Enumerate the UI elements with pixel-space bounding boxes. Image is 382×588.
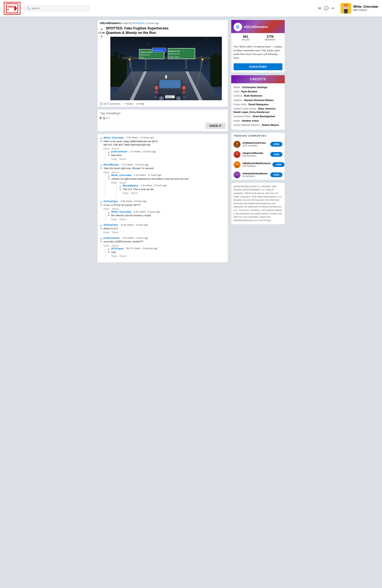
comment-upvote[interactable]: ▲ xyxy=(107,248,110,251)
italic-button[interactable]: I xyxy=(107,116,107,120)
comment-upvote[interactable]: ▲ xyxy=(107,150,110,153)
reply-button[interactable]: Reply xyxy=(111,181,117,184)
svg-rect-83 xyxy=(236,155,239,157)
voice-it-button[interactable]: VOICE IT xyxy=(205,123,225,129)
report-button[interactable]: Report xyxy=(119,255,126,257)
trending-members: 22k members xyxy=(242,165,271,168)
comment-author[interactable]: GOATgoat xyxy=(111,247,123,250)
comment-upvote[interactable]: ▲ xyxy=(107,174,110,177)
bold-button[interactable]: B xyxy=(100,116,102,120)
pen-icon[interactable]: ✏ xyxy=(331,6,335,11)
comment-author[interactable]: White_Chocolate xyxy=(103,136,124,139)
comment-content: White_Chocolate - 2.1k cheers · 11 hours… xyxy=(111,174,225,197)
comment-downvote[interactable]: ▼ xyxy=(100,167,102,170)
hide-action[interactable]: ⊘ Hide xyxy=(136,102,144,105)
chat-icon[interactable]: 💬 xyxy=(324,6,329,11)
subscribe-button[interactable]: SUBSCRIBE xyxy=(234,63,282,70)
comment-header: BlackMamba - 7.1k cheers · 12 hours ago xyxy=(103,163,225,166)
reply-button[interactable]: Reply xyxy=(103,147,109,150)
search-bar[interactable]: 🔍 xyxy=(24,5,90,11)
report-button[interactable]: Report xyxy=(112,244,119,247)
comment-meta: - 3.6k cheers · 8 hours ago xyxy=(119,200,147,203)
subreddit[interactable]: v/DListDisasters xyxy=(100,21,121,25)
comment-row: ▲ ▼ GOATgoat - 961.7k cheers · 4 seconds… xyxy=(107,247,225,257)
logo[interactable]: VOICE IT xyxy=(4,2,20,15)
downvote-button[interactable]: ▼ xyxy=(100,35,103,39)
mail-icon[interactable]: ✉ xyxy=(318,6,321,11)
post-title: SPOTTED: Fake Fugitive Superheroes Quant… xyxy=(106,25,226,37)
comment-author[interactable]: justerocknow xyxy=(111,150,127,153)
comment-upvote[interactable]: ▲ xyxy=(100,237,102,240)
comment-downvote[interactable]: ▼ xyxy=(107,177,110,180)
report-button[interactable]: Report xyxy=(119,218,126,221)
reply-button[interactable]: Reply xyxy=(111,255,117,257)
report-button[interactable]: Report xyxy=(112,171,119,174)
trending-info: v/MythosOrMadScience 22k members xyxy=(242,162,271,168)
report-button[interactable]: Report xyxy=(119,158,126,161)
report-button[interactable]: Report xyxy=(119,181,126,184)
search-input[interactable] xyxy=(31,7,87,10)
comment-downvote[interactable]: ▼ xyxy=(107,251,110,253)
comment-actions: Reply Report xyxy=(103,231,225,234)
reply-button[interactable]: Reply xyxy=(103,208,109,210)
comment-downvote[interactable]: ▼ xyxy=(100,203,102,207)
upvote-button[interactable]: ▲ xyxy=(100,27,103,31)
join-button-deadside[interactable]: JOIN xyxy=(270,172,282,177)
reply-button[interactable]: Reply xyxy=(123,192,129,194)
comment-downvote[interactable]: ▼ xyxy=(100,227,102,230)
trending-card: TRENDING COMMUNITIES v/ValiantComicFans … xyxy=(231,132,285,180)
comment-box: "Say Something!" B U I / VOICE IT xyxy=(97,109,228,131)
svg-text:IT: IT xyxy=(7,8,9,11)
poster-link[interactable]: OhThatTyler xyxy=(132,22,145,25)
comment-upvote[interactable]: ▲ xyxy=(100,137,102,140)
reply-button[interactable]: Reply xyxy=(103,244,109,247)
comment-downvote[interactable]: ▼ xyxy=(107,153,110,157)
reply-button[interactable]: Reply xyxy=(103,231,109,234)
comment-upvote[interactable]: ▲ xyxy=(100,224,102,227)
svg-point-16 xyxy=(191,43,191,44)
comment-upvote[interactable]: ▲ xyxy=(119,185,121,188)
credits-header: CREDITS xyxy=(231,75,285,83)
comment-actions: Reply Report xyxy=(111,218,225,221)
report-button[interactable]: Report xyxy=(112,231,119,234)
svg-point-82 xyxy=(236,152,238,155)
svg-point-77 xyxy=(202,59,203,61)
comment-author[interactable]: White_Chocolate xyxy=(111,210,131,213)
join-button-legion[interactable]: JOIN xyxy=(270,152,282,157)
svg-point-79 xyxy=(236,142,238,145)
comment-upvote[interactable]: ▲ xyxy=(100,200,102,203)
comment-author[interactable]: BlackMamba xyxy=(123,184,138,187)
comment-text: Hellz to the yeah, baby! @BlackMamba we … xyxy=(103,140,225,147)
reply-button[interactable]: Reply xyxy=(111,218,117,221)
comment-author[interactable]: OhThatTyler xyxy=(103,200,118,203)
comments-action[interactable]: 💬 237 Comments xyxy=(100,102,121,105)
reply-button[interactable]: Reply xyxy=(111,158,117,161)
comment-upvote[interactable]: ▲ xyxy=(100,164,102,167)
comment-author[interactable]: White_Chocolate xyxy=(111,174,131,177)
comment-author[interactable]: justerocknow xyxy=(103,236,120,239)
comment-author[interactable]: BlackMamba xyxy=(103,163,119,166)
comment-downvote[interactable]: ▼ xyxy=(100,240,102,243)
comment-upvote[interactable]: ▲ xyxy=(107,211,110,214)
share-action[interactable]: ↗ Share xyxy=(124,102,133,105)
posted-by-label: Posted by xyxy=(121,22,132,25)
avatar xyxy=(341,3,351,14)
comment: ▲ ▼ justerocknow - 2.1k cheers · 3 hours… xyxy=(100,236,225,257)
comment-downvote[interactable]: ▼ xyxy=(119,188,121,191)
reply-button[interactable]: Reply xyxy=(103,171,109,174)
report-button[interactable]: Report xyxy=(131,192,138,194)
toolbar-separator: / xyxy=(109,116,110,120)
report-button[interactable]: Report xyxy=(112,208,119,210)
comment-author[interactable]: OhThatTyler xyxy=(103,223,118,226)
join-button-mythos[interactable]: JOIN xyxy=(272,162,284,167)
user-section[interactable]: White_Chocolate 69k Cheers xyxy=(341,3,378,14)
report-button[interactable]: Report xyxy=(112,147,119,150)
comment-text: more like LOSER heroes, amirite?!? xyxy=(103,240,225,243)
community-name[interactable]: v/DListDisasters xyxy=(244,25,268,29)
comment-downvote[interactable]: ▼ xyxy=(107,214,110,217)
join-button-valiant[interactable]: JOIN xyxy=(270,142,282,147)
post-image[interactable]: Tysons Corner Falls Church To M Baltimor… xyxy=(106,37,226,100)
underline-button[interactable]: U xyxy=(103,116,105,120)
community-icon xyxy=(234,161,241,168)
comment-downvote[interactable]: ▼ xyxy=(100,140,102,143)
